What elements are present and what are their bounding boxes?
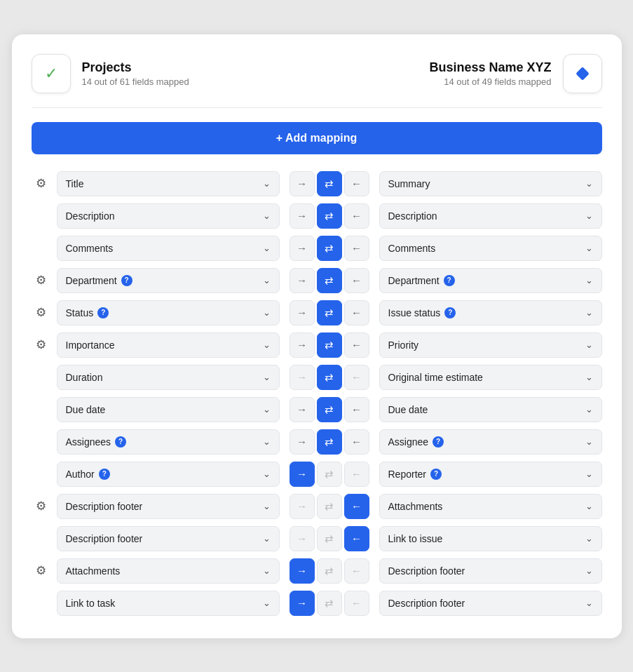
add-mapping-button[interactable]: + Add mapping — [32, 122, 602, 154]
right-field-dropdown[interactable]: Attachments ⌄ — [379, 494, 602, 519]
left-field-dropdown[interactable]: Author? ⌄ — [57, 462, 280, 487]
right-field-dropdown[interactable]: Summary ⌄ — [379, 171, 602, 196]
left-field-dropdown[interactable]: Comments ⌄ — [57, 236, 280, 261]
chevron-down-icon: ⌄ — [585, 565, 593, 576]
arrow-left-button[interactable]: → — [290, 203, 315, 229]
arrow-both-button[interactable]: ⇄ — [317, 365, 342, 390]
left-field-dropdown[interactable]: Attachments ⌄ — [57, 558, 280, 584]
arrow-both-button[interactable]: ⇄ — [317, 591, 342, 616]
main-card: ✓ Projects 14 out of 61 fields mapped Bu… — [12, 34, 622, 638]
right-field-dropdown[interactable]: Department? ⌄ — [379, 268, 602, 293]
left-field-label: Status? — [66, 307, 109, 318]
chevron-down-icon: ⌄ — [263, 565, 271, 576]
arrow-left-button[interactable]: → — [290, 397, 315, 422]
help-badge-right: ? — [444, 307, 456, 318]
arrow-controls: → ⇄ ← — [285, 558, 374, 584]
gear-button[interactable]: ⚙ — [32, 497, 51, 516]
business-subtitle: 14 out of 49 fields mapped — [429, 76, 551, 87]
gear-button[interactable]: ⚙ — [32, 335, 51, 355]
arrow-both-button[interactable]: ⇄ — [317, 462, 342, 487]
arrow-both-button[interactable]: ⇄ — [317, 236, 342, 261]
arrow-right-button[interactable]: ← — [344, 462, 369, 487]
right-field-dropdown[interactable]: Issue status? ⌄ — [379, 300, 602, 325]
left-field-label: Description footer — [66, 501, 143, 512]
right-field-label: Description footer — [388, 598, 465, 609]
arrow-right-button[interactable]: ← — [344, 203, 369, 229]
right-field-dropdown[interactable]: Comments ⌄ — [379, 236, 602, 261]
arrow-left-button[interactable]: → — [290, 365, 315, 390]
arrow-both-button[interactable]: ⇄ — [317, 268, 342, 293]
projects-title: Projects — [82, 60, 189, 75]
arrow-both-button[interactable]: ⇄ — [317, 300, 342, 325]
arrow-right-button[interactable]: ← — [344, 171, 369, 196]
arrow-left-button[interactable]: → — [290, 591, 315, 616]
left-field-dropdown[interactable]: Description footer ⌄ — [57, 526, 280, 551]
gear-button[interactable]: ⚙ — [32, 561, 51, 581]
arrow-right-button[interactable]: ← — [344, 236, 369, 261]
chevron-down-icon: ⌄ — [585, 178, 593, 189]
arrow-left-button[interactable]: → — [290, 462, 315, 487]
right-field-dropdown[interactable]: Assignee? ⌄ — [379, 429, 602, 455]
arrow-left-button[interactable]: → — [290, 558, 315, 584]
right-field-dropdown[interactable]: Reporter? ⌄ — [379, 462, 602, 487]
gear-button[interactable]: ⚙ — [32, 271, 51, 290]
arrow-right-button[interactable]: ← — [344, 494, 369, 519]
arrow-left-button[interactable]: → — [290, 494, 315, 519]
arrow-left-button[interactable]: → — [290, 268, 315, 293]
arrow-both-button[interactable]: ⇄ — [317, 429, 342, 455]
table-row: Due date ⌄ → ⇄ ← Due date ⌄ — [32, 397, 602, 422]
help-badge-left: ? — [99, 469, 110, 480]
right-field-dropdown[interactable]: Description ⌄ — [379, 203, 602, 229]
arrow-right-button[interactable]: ← — [344, 300, 369, 325]
arrow-right-button[interactable]: ← — [344, 365, 369, 390]
left-field-dropdown[interactable]: Title ⌄ — [57, 171, 280, 196]
arrow-right-button[interactable]: ← — [344, 268, 369, 293]
arrow-left-button[interactable]: → — [290, 171, 315, 196]
arrow-both-button[interactable]: ⇄ — [317, 332, 342, 358]
right-field-label: Link to issue — [388, 533, 443, 544]
right-field-dropdown[interactable]: Description footer ⌄ — [379, 558, 602, 584]
chevron-down-icon: ⌄ — [585, 501, 593, 511]
arrow-both-button[interactable]: ⇄ — [317, 494, 342, 519]
arrow-both-button[interactable]: ⇄ — [317, 526, 342, 551]
arrow-left-button[interactable]: → — [290, 526, 315, 551]
arrow-both-button[interactable]: ⇄ — [317, 558, 342, 584]
arrow-right-button[interactable]: ← — [344, 558, 369, 584]
table-row: ⚙ Title ⌄ → ⇄ ← Summary ⌄ — [32, 171, 602, 196]
arrow-left-button[interactable]: → — [290, 429, 315, 455]
arrow-both-button[interactable]: ⇄ — [317, 397, 342, 422]
help-badge-right: ? — [444, 275, 455, 286]
left-field-dropdown[interactable]: Due date ⌄ — [57, 397, 280, 422]
right-field-dropdown[interactable]: Description footer ⌄ — [379, 591, 602, 616]
left-field-dropdown[interactable]: Link to task ⌄ — [57, 591, 280, 616]
arrow-right-button[interactable]: ← — [344, 591, 369, 616]
chevron-down-icon: ⌄ — [263, 436, 271, 447]
left-field-dropdown[interactable]: Department? ⌄ — [57, 268, 280, 293]
arrow-left-button[interactable]: → — [290, 236, 315, 261]
chevron-down-icon: ⌄ — [585, 210, 593, 221]
chevron-down-icon: ⌄ — [585, 598, 593, 608]
arrow-left-button[interactable]: → — [290, 332, 315, 358]
left-field-dropdown[interactable]: Assignees? ⌄ — [57, 429, 280, 455]
left-field-dropdown[interactable]: Status? ⌄ — [57, 300, 280, 325]
arrow-both-button[interactable]: ⇄ — [317, 203, 342, 229]
arrow-right-button[interactable]: ← — [344, 429, 369, 455]
chevron-down-icon: ⌄ — [263, 210, 271, 221]
left-field-dropdown[interactable]: Description footer ⌄ — [57, 494, 280, 519]
right-field-dropdown[interactable]: Link to issue ⌄ — [379, 526, 602, 551]
arrow-controls: → ⇄ ← — [285, 203, 374, 229]
arrow-right-button[interactable]: ← — [344, 332, 369, 358]
gear-button[interactable]: ⚙ — [32, 303, 51, 323]
right-field-dropdown[interactable]: Priority ⌄ — [379, 332, 602, 358]
arrow-right-button[interactable]: ← — [344, 526, 369, 551]
left-field-dropdown[interactable]: Duration ⌄ — [57, 365, 280, 390]
gear-button[interactable]: ⚙ — [32, 174, 51, 194]
arrow-left-button[interactable]: → — [290, 300, 315, 325]
arrow-both-button[interactable]: ⇄ — [317, 171, 342, 196]
left-field-dropdown[interactable]: Importance ⌄ — [57, 332, 280, 358]
left-field-dropdown[interactable]: Description ⌄ — [57, 203, 280, 229]
right-field-dropdown[interactable]: Due date ⌄ — [379, 397, 602, 422]
arrow-right-button[interactable]: ← — [344, 397, 369, 422]
right-field-dropdown[interactable]: Original time estimate ⌄ — [379, 365, 602, 390]
arrow-controls: → ⇄ ← — [285, 171, 374, 196]
